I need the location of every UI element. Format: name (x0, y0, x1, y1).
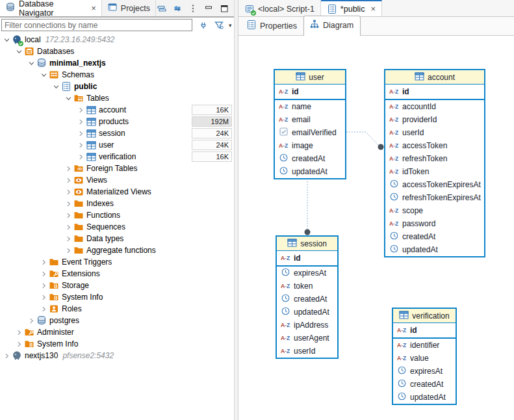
entity-column-password[interactable]: A-Zpassword (385, 217, 484, 230)
tree-item-account[interactable]: account16K (0, 104, 234, 116)
tree-item-roles[interactable]: Roles (0, 303, 234, 315)
chevron-right-icon[interactable] (64, 246, 73, 255)
entity-column-updatedat[interactable]: updatedAt (393, 391, 456, 404)
chevron-right-icon[interactable] (40, 282, 48, 290)
entity-column-createdat[interactable]: createdAt (275, 152, 345, 165)
er-diagram-canvas[interactable]: userA-ZidA-ZnameA-ZemailemailVerifiedA-Z… (238, 36, 514, 420)
chevron-right-icon[interactable] (77, 118, 85, 126)
chevron-down-icon[interactable] (27, 59, 36, 68)
entity-account[interactable]: accountA-ZidA-ZaccountIdA-ZproviderIdA-Z… (384, 69, 485, 257)
chevron-right-icon[interactable] (40, 305, 48, 313)
filter-dropdown-caret[interactable]: ▾ (229, 22, 232, 29)
entity-column-id[interactable]: A-Zid (277, 251, 337, 267)
tree-item-views[interactable]: Views (0, 174, 234, 186)
entity-column-token[interactable]: A-Ztoken (277, 280, 337, 293)
tree-item-nextjs130[interactable]: nextjs130pfsense2:5432 (0, 350, 234, 361)
close-icon[interactable]: × (91, 4, 96, 12)
editor-tab-public[interactable]: *public× (321, 0, 382, 16)
entity-column-createdat[interactable]: createdAt (393, 378, 456, 391)
entity-column-scope[interactable]: A-Zscope (385, 204, 484, 217)
entity-column-idtoken[interactable]: A-ZidToken (385, 165, 484, 178)
chevron-right-icon[interactable] (64, 211, 73, 220)
tree-item-databases[interactable]: Databases (0, 46, 234, 57)
chevron-right-icon[interactable] (77, 129, 85, 138)
tree-item-extensions[interactable]: Extensions (0, 268, 234, 280)
entity-column-email[interactable]: A-Zemail (275, 113, 345, 126)
chevron-right-icon[interactable] (64, 188, 73, 196)
entity-verification[interactable]: verificationA-ZidA-ZidentifierA-Zvalueex… (392, 308, 457, 405)
tab-projects[interactable]: Projects (102, 0, 156, 16)
entity-header[interactable]: verification (393, 309, 456, 323)
chevron-down-icon[interactable] (15, 47, 23, 56)
chevron-right-icon[interactable] (40, 293, 48, 302)
entity-column-accesstokenexpiresat[interactable]: accessTokenExpiresAt (385, 178, 484, 191)
entity-column-updatedat[interactable]: updatedAt (385, 243, 484, 256)
view-menu-button[interactable] (187, 3, 199, 14)
entity-column-id[interactable]: A-Zid (275, 85, 345, 100)
tree-item-indexes[interactable]: Indexes (0, 198, 234, 209)
tree-item-aggregate-functions[interactable]: Aggregate functions (0, 244, 234, 256)
panel-splitter[interactable] (234, 0, 238, 420)
tree-item-administer[interactable]: Administer (0, 326, 234, 338)
filter-connections-input[interactable]: Filter connections by name (1, 19, 192, 31)
chevron-right-icon[interactable] (64, 235, 73, 243)
entity-user[interactable]: userA-ZidA-ZnameA-ZemailemailVerifiedA-Z… (274, 69, 346, 179)
connect-plug-icon[interactable] (198, 20, 209, 31)
entity-session[interactable]: sessionA-ZidexpiresAtA-ZtokencreatedAtup… (276, 235, 339, 359)
chevron-right-icon[interactable] (64, 176, 73, 185)
editor-tab-local-script-1[interactable]: <local> Script-1 (238, 0, 321, 16)
chevron-right-icon[interactable] (77, 106, 85, 114)
entity-column-value[interactable]: A-Zvalue (393, 352, 456, 365)
tree-item-products[interactable]: products192M (0, 116, 234, 127)
chevron-down-icon[interactable] (40, 71, 48, 79)
tree-item-data-types[interactable]: Data types (0, 233, 234, 244)
chevron-right-icon[interactable] (15, 340, 23, 348)
entity-column-emailverified[interactable]: emailVerified (275, 126, 345, 139)
tree-item-foreign-tables[interactable]: Foreign Tables (0, 163, 234, 174)
chevron-right-icon[interactable] (64, 200, 73, 208)
entity-column-userid[interactable]: A-ZuserId (385, 126, 484, 139)
tree-item-system-info-26[interactable]: System Info (0, 338, 234, 350)
tree-item-session[interactable]: session24K (0, 127, 234, 139)
chevron-right-icon[interactable] (40, 258, 48, 267)
entity-column-userid[interactable]: A-ZuserId (277, 345, 337, 358)
tree-item-functions[interactable]: Functions (0, 209, 234, 221)
chevron-right-icon[interactable] (40, 270, 48, 278)
maximize-button[interactable] (218, 3, 230, 14)
entity-column-accountid[interactable]: A-ZaccountId (385, 100, 484, 113)
tree-item-schemas[interactable]: Schemas (0, 69, 234, 81)
tree-item-user[interactable]: user24K (0, 139, 234, 151)
tree-item-event-triggers[interactable]: Event Triggers (0, 256, 234, 268)
chevron-right-icon[interactable] (27, 317, 36, 325)
entity-column-refreshtokenexpiresat[interactable]: refreshTokenExpiresAt (385, 191, 484, 204)
tree-item-local[interactable]: local172.23.16.249:5432 (0, 34, 234, 46)
tree-item-storage[interactable]: Storage (0, 280, 234, 291)
collapse-all-button[interactable] (156, 3, 168, 14)
entity-column-providerid[interactable]: A-ZproviderId (385, 113, 484, 126)
link-with-editor-button[interactable] (172, 3, 183, 14)
chevron-right-icon[interactable] (77, 141, 85, 150)
entity-header[interactable]: session (277, 237, 337, 251)
tree-item-materialized-views[interactable]: Materialized Views (0, 186, 234, 198)
view-tab-diagram[interactable]: Diagram (303, 16, 361, 36)
entity-column-updatedat[interactable]: updatedAt (275, 165, 345, 178)
tree-item-system-info-22[interactable]: System Info (0, 291, 234, 303)
chevron-down-icon[interactable] (64, 94, 73, 103)
filter-funnel-icon[interactable] (213, 20, 225, 31)
tree-item-public[interactable]: public (0, 81, 234, 92)
entity-column-id[interactable]: A-Zid (385, 85, 484, 100)
entity-header[interactable]: user (275, 70, 345, 85)
chevron-right-icon[interactable] (3, 352, 11, 360)
chevron-right-icon[interactable] (15, 328, 23, 337)
entity-column-expiresat[interactable]: expiresAt (277, 267, 337, 280)
chevron-right-icon[interactable] (64, 164, 73, 173)
entity-header[interactable]: account (385, 70, 484, 85)
tree-item-postgres[interactable]: postgres (0, 315, 234, 326)
chevron-down-icon[interactable] (52, 83, 60, 91)
tab-database-navigator[interactable]: Database Navigator× (0, 0, 102, 16)
entity-column-createdat[interactable]: createdAt (385, 230, 484, 243)
chevron-down-icon[interactable] (3, 36, 11, 44)
close-icon[interactable]: × (370, 5, 376, 13)
entity-column-useragent[interactable]: A-ZuserAgent (277, 332, 337, 345)
entity-column-identifier[interactable]: A-Zidentifier (393, 339, 456, 352)
